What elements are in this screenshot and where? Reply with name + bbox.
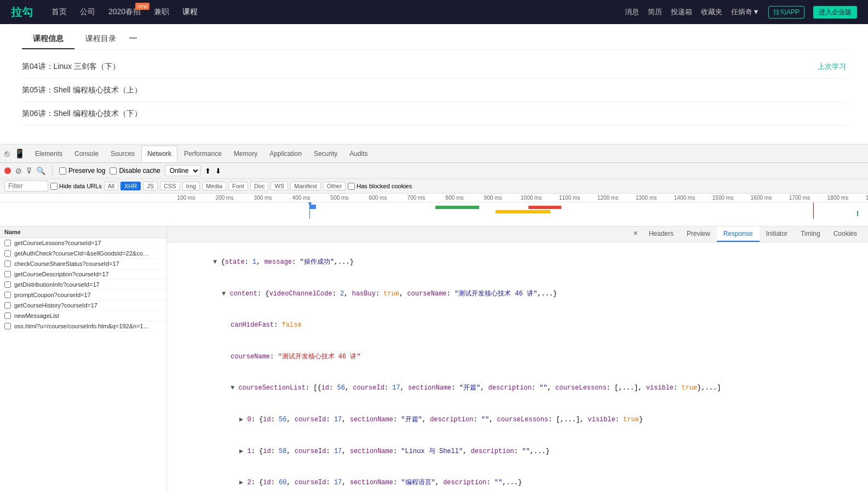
req-checkbox-4[interactable] (4, 281, 11, 288)
req-name-8: oss.html?u=/course/courseInfo.htm&q=192&… (14, 323, 151, 329)
devtab-sources[interactable]: Sources (105, 146, 140, 162)
req-checkbox-6[interactable] (4, 302, 11, 309)
detail-tab-headers[interactable]: Headers (642, 227, 680, 242)
tick-400ms: 400 ms (282, 195, 320, 201)
filter-icon[interactable]: ⊽ (26, 166, 32, 175)
download-icon[interactable]: ⬇ (215, 167, 221, 175)
lesson-item-1: 第05讲：Shell 编程核心技术（上） (22, 79, 846, 102)
filter-tag-all[interactable]: All (104, 182, 118, 190)
nav-home[interactable]: 首页 (51, 7, 67, 17)
filter-tag-doc[interactable]: Doc (250, 182, 269, 190)
throttle-select[interactable]: Online (165, 165, 200, 176)
req-checkbox-5[interactable] (4, 292, 11, 298)
filter-tag-js[interactable]: JS (143, 182, 158, 190)
filter-tag-ws[interactable]: WS (271, 182, 288, 190)
req-checkbox-7[interactable] (4, 312, 11, 319)
devtab-audits[interactable]: Audits (344, 146, 373, 162)
main-panel: Name getCourseLessons?courseId=17 getAut… (0, 227, 868, 493)
devtab-performance[interactable]: Performance (179, 146, 227, 162)
filter-tag-font[interactable]: Font (228, 182, 248, 190)
tick-1500ms: 1500 ms (704, 195, 742, 201)
blocked-cookies-checkbox[interactable] (348, 183, 355, 190)
filter-tag-media[interactable]: Media (202, 182, 226, 190)
hide-data-urls-checkbox[interactable] (50, 183, 58, 190)
devtab-application[interactable]: Application (264, 146, 307, 162)
lesson-title-0: 第04讲：Linux 三剑客（下） (22, 62, 120, 72)
json-line-1: ▼ content: {videoChannelCode: 2, hasBuy:… (174, 279, 861, 310)
req-checkbox-3[interactable] (4, 271, 11, 277)
tick-1800ms: 1800 ms (819, 195, 857, 201)
req-checkbox-1[interactable] (4, 250, 11, 257)
devtab-console[interactable]: Console (69, 146, 104, 162)
detail-tab-initiator[interactable]: Initiator (760, 227, 794, 242)
request-item-5[interactable]: promptCoupon?courseId=17 (0, 290, 166, 300)
filter-tag-manifest[interactable]: Manifest (290, 182, 321, 190)
nav-company[interactable]: 公司 (80, 7, 95, 17)
request-item-7[interactable]: newMessageList (0, 311, 166, 321)
tab-course-directory[interactable]: 课程目录 (74, 30, 127, 49)
filter-tag-xhr[interactable]: XHR (120, 182, 141, 190)
nav-course[interactable]: 课程 (182, 7, 198, 17)
json-line-2: canHideFast: false (174, 310, 861, 341)
search-icon[interactable]: 🔍 (36, 166, 45, 175)
filter-tag-other[interactable]: Other (323, 182, 346, 190)
timeline-canvas (167, 202, 868, 219)
request-item-8[interactable]: oss.html?u=/course/courseInfo.htm&q=192&… (0, 321, 166, 332)
devtools: ⎋ 📱 Elements Console Sources Network Per… (0, 144, 868, 493)
upload-icon[interactable]: ⬆ (205, 167, 211, 175)
request-item-2[interactable]: checkCourseShareStatus?courseId=17 (0, 259, 166, 269)
detail-tab-cookies[interactable]: Cookies (827, 227, 864, 242)
tick-1300ms: 1300 ms (627, 195, 665, 201)
request-item-6[interactable]: getCourseHistory?courseId=17 (0, 300, 166, 311)
json-line-4: ▼ courseSectionList: [{id: 56, courseId:… (174, 373, 861, 404)
nav-resume[interactable]: 简历 (648, 7, 662, 17)
detail-tab-preview[interactable]: Preview (680, 227, 717, 242)
filter-tag-img[interactable]: Img (182, 182, 200, 190)
error-line (813, 202, 814, 219)
clear-button[interactable]: ⊘ (15, 166, 22, 175)
json-line-6: ▶ 1: {id: 58, courseId: 17, sectionName:… (174, 436, 861, 467)
navbar-logo[interactable]: 拉勾 (11, 5, 33, 20)
request-item-1[interactable]: getAuthCheck?courseCId=&sellGoodsId=22&c… (0, 248, 166, 259)
nav-user[interactable]: 任炳奇▼ (731, 7, 760, 17)
nav-app-button[interactable]: 拉勾APP (768, 6, 804, 19)
filter-bar: Hide data URLs All XHR JS CSS Img Media … (0, 179, 868, 194)
devtab-memory[interactable]: Memory (228, 146, 263, 162)
nav-spring[interactable]: 2020春招 new (108, 7, 141, 17)
green-marker (857, 211, 858, 216)
devtab-network[interactable]: Network (141, 146, 177, 162)
nav-enterprise-button[interactable]: 进入企业版 (813, 6, 857, 19)
course-main: 课程信息 课程目录 — 第04讲：Linux 三剑客（下） 上次学习 第05讲：… (0, 24, 868, 144)
navbar-right: 消息 简历 投递箱 收藏夹 任炳奇▼ 拉勾APP 进入企业版 (625, 6, 857, 19)
disable-cache-checkbox[interactable] (110, 167, 117, 175)
req-name-2: checkCourseShareStatus?courseId=17 (14, 260, 119, 267)
inspect-icon[interactable]: ⎋ (4, 149, 10, 159)
device-icon[interactable]: 📱 (14, 148, 25, 159)
devtab-elements[interactable]: Elements (30, 146, 68, 162)
request-item-4[interactable]: getDistributionInfo?courseId=17 (0, 280, 166, 290)
request-item-3[interactable]: getCourseDescription?courseId=17 (0, 269, 166, 280)
tick-1000ms: 1000 ms (512, 195, 550, 201)
request-item-0[interactable]: getCourseLessons?courseId=17 (0, 238, 166, 248)
req-name-1: getAuthCheck?courseCId=&sellGoodsId=22&c… (14, 250, 151, 257)
nav-message[interactable]: 消息 (625, 7, 639, 17)
lesson-item-2: 第06讲：Shell 编程核心技术（下） (22, 102, 846, 126)
close-detail-button[interactable]: × (629, 227, 642, 242)
req-checkbox-0[interactable] (4, 240, 11, 246)
nav-inbox[interactable]: 投递箱 (671, 7, 692, 17)
filter-tag-css[interactable]: CSS (160, 182, 180, 190)
record-button[interactable] (4, 167, 11, 174)
last-study-button[interactable]: 上次学习 (818, 62, 846, 72)
tab-course-info[interactable]: 课程信息 (22, 30, 74, 49)
detail-tab-timing[interactable]: Timing (794, 227, 827, 242)
req-checkbox-8[interactable] (4, 323, 11, 329)
filter-input[interactable] (4, 181, 48, 192)
req-checkbox-2[interactable] (4, 260, 11, 267)
preserve-log-checkbox[interactable] (59, 167, 66, 175)
devtab-security[interactable]: Security (308, 146, 343, 162)
timeline-area: 100 ms 200 ms 300 ms 400 ms 500 ms 600 m… (0, 194, 868, 227)
timeline-spacer (0, 195, 167, 201)
nav-favorites[interactable]: 收藏夹 (701, 7, 722, 17)
nav-parttime[interactable]: 兼职 (154, 7, 169, 17)
detail-tab-response[interactable]: Response (717, 227, 760, 242)
